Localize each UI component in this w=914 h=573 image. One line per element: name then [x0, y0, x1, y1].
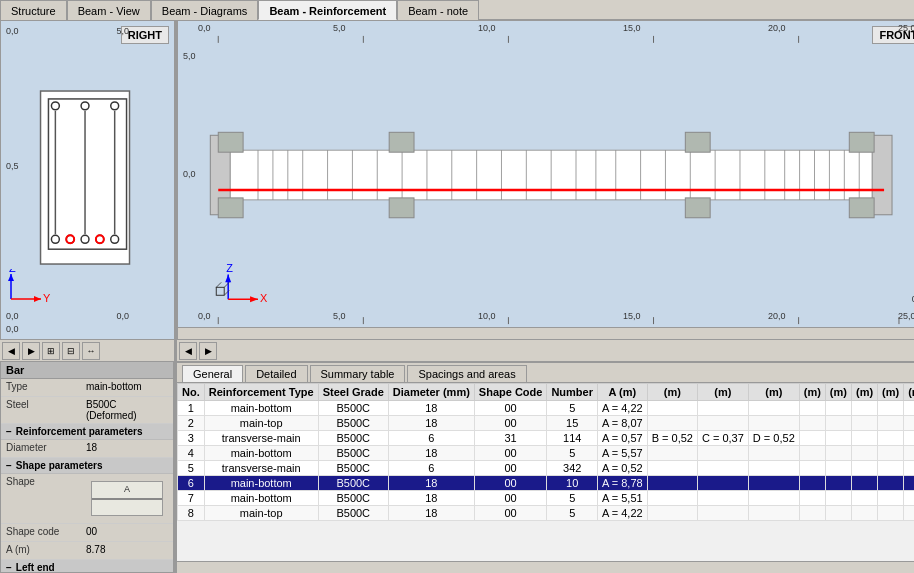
viewport-scrollbar-h[interactable] [178, 327, 914, 339]
svg-marker-20 [34, 296, 41, 302]
toolbar-btn-1[interactable]: ◀ [2, 342, 20, 360]
props-value-diameter: 18 [81, 440, 173, 457]
svg-rect-23 [872, 135, 892, 215]
table-row[interactable]: 1main-bottomB500C18005A = 4,22 [178, 401, 915, 416]
th-b: (m) [647, 384, 697, 401]
table-container[interactable]: No. Reinforcement Type Steel Grade Diame… [177, 383, 914, 561]
table-tab-summary[interactable]: Summary table [310, 365, 406, 382]
table-row[interactable]: 6main-bottomB500C180010A = 8,78 [178, 476, 915, 491]
table-cell-11 [825, 506, 851, 521]
table-cell-10 [799, 476, 825, 491]
table-cell-10 [799, 416, 825, 431]
table-cell-5: 5 [547, 491, 598, 506]
svg-marker-67 [250, 296, 258, 302]
viewport-main[interactable]: FRONT 0,0 5,0 10,0 15,0 20,0 25,0 0,0 5,… [177, 20, 914, 340]
section-reinforcement: Reinforcement parameters [1, 424, 173, 440]
toolbar-btn-5[interactable]: ↔ [82, 342, 100, 360]
table-cell-3: 6 [388, 431, 474, 446]
right-mini-toolbar: ◀ ▶ [177, 340, 914, 362]
tab-structure[interactable]: Structure [0, 0, 67, 20]
props-label-shape-code: Shape code [1, 524, 81, 541]
toolbar-btn-3[interactable]: ⊞ [42, 342, 60, 360]
svg-rect-59 [685, 198, 710, 218]
table-cell-3: 18 [388, 506, 474, 521]
svg-marker-66 [225, 274, 231, 282]
th-h: (m) [878, 384, 904, 401]
toolbar-btn-2[interactable]: ▶ [22, 342, 40, 360]
th-shape: Shape Code [474, 384, 547, 401]
props-label-shape: Shape [1, 474, 81, 523]
table-cell-10 [799, 491, 825, 506]
table-cell-12 [851, 431, 877, 446]
props-row-type: Type main-bottom [1, 379, 173, 397]
table-cell-1: transverse-main [204, 461, 318, 476]
left-mini-toolbar: ◀ ▶ ⊞ ⊟ ↔ [0, 340, 174, 362]
table-cell-9 [748, 401, 799, 416]
table-cell-8 [697, 416, 748, 431]
table-scrollbar-h[interactable] [177, 561, 914, 573]
props-row-shape: Shape A [1, 474, 173, 524]
props-row-steel: Steel B500C (Deformed) [1, 397, 173, 424]
table-cell-0: 3 [178, 431, 205, 446]
table-row[interactable]: 3transverse-mainB500C631114A = 0,57B = 0… [178, 431, 915, 446]
table-cell-11 [825, 491, 851, 506]
tab-beam-view[interactable]: Beam - View [67, 0, 151, 20]
props-row-diameter: Diameter 18 [1, 440, 173, 458]
table-cell-5: 5 [547, 506, 598, 521]
table-row[interactable]: 7main-bottomB500C18005A = 5,51 [178, 491, 915, 506]
table-cell-3: 18 [388, 401, 474, 416]
table-cell-8 [697, 506, 748, 521]
table-cell-7 [647, 461, 697, 476]
right-toolbar-btn-1[interactable]: ◀ [179, 342, 197, 360]
table-cell-12 [851, 491, 877, 506]
tab-beam-note[interactable]: Beam - note [397, 0, 479, 20]
table-cell-2: B500C [318, 506, 388, 521]
table-tab-spacings[interactable]: Spacings and areas [407, 365, 526, 382]
properties-panel: Bar Type main-bottom Steel B500C (Deform… [0, 362, 174, 573]
table-cell-7 [647, 416, 697, 431]
table-cell-11 [825, 446, 851, 461]
table-cell-12 [851, 476, 877, 491]
svg-text:Y: Y [43, 292, 51, 304]
table-cell-7 [647, 491, 697, 506]
table-row[interactable]: 2main-topB500C180015A = 8,07 [178, 416, 915, 431]
right-toolbar-btn-2[interactable]: ▶ [199, 342, 217, 360]
tab-beam-reinforcement[interactable]: Beam - Reinforcement [258, 0, 397, 20]
reinforcement-table: No. Reinforcement Type Steel Grade Diame… [177, 383, 914, 521]
table-cell-6: A = 5,57 [597, 446, 647, 461]
th-c: (m) [697, 384, 748, 401]
viewport-top-left[interactable]: RIGHT 0,0 0,5 0,0 5,0 0,0 0,0 [0, 20, 175, 340]
svg-rect-68 [216, 287, 224, 295]
svg-text:Z: Z [9, 269, 16, 274]
table-cell-9 [748, 416, 799, 431]
section-left-end: Left end [1, 560, 173, 573]
svg-rect-58 [685, 132, 710, 152]
table-cell-8 [697, 401, 748, 416]
table-cell-5: 10 [547, 476, 598, 491]
table-cell-13 [878, 416, 904, 431]
right-area: FRONT 0,0 5,0 10,0 15,0 20,0 25,0 0,0 5,… [177, 20, 914, 573]
table-cell-4: 00 [474, 491, 547, 506]
table-row[interactable]: 8main-topB500C18005A = 4,22 [178, 506, 915, 521]
tab-bar: Structure Beam - View Beam - Diagrams Be… [0, 0, 914, 20]
table-tab-general[interactable]: General [182, 365, 243, 382]
table-cell-0: 1 [178, 401, 205, 416]
table-row[interactable]: 4main-bottomB500C18005A = 5,57 [178, 446, 915, 461]
table-cell-1: main-top [204, 506, 318, 521]
table-cell-11 [825, 461, 851, 476]
th-diam: Diameter (mm) [388, 384, 474, 401]
axis-indicator-tl: Z Y [6, 269, 56, 309]
table-tab-detailed[interactable]: Detailed [245, 365, 307, 382]
svg-rect-55 [218, 198, 243, 218]
table-cell-0: 6 [178, 476, 205, 491]
tab-beam-diagrams[interactable]: Beam - Diagrams [151, 0, 259, 20]
table-cell-5: 114 [547, 431, 598, 446]
table-cell-1: main-top [204, 416, 318, 431]
toolbar-btn-4[interactable]: ⊟ [62, 342, 80, 360]
table-cell-1: main-bottom [204, 476, 318, 491]
svg-rect-60 [849, 132, 874, 152]
table-cell-12 [851, 401, 877, 416]
table-cell-5: 5 [547, 401, 598, 416]
table-cell-2: B500C [318, 401, 388, 416]
table-row[interactable]: 5transverse-mainB500C600342A = 0,52 [178, 461, 915, 476]
